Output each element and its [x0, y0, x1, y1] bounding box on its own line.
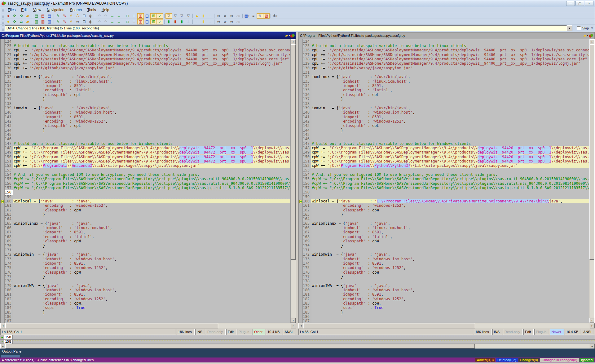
code-line-178[interactable]: 178 — [1, 279, 290, 283]
code-line-139[interactable]: 139iomwin = {'java' : '/usr/bin/java', — [1, 106, 290, 110]
find-icon[interactable]: ∞ — [215, 13, 222, 19]
auto-scroll-icon[interactable]: ⊞ — [150, 19, 157, 24]
save-second-icon[interactable]: ▤ — [40, 13, 46, 19]
save-first-file-icon[interactable]: ▥ — [33, 19, 40, 24]
show-first-only-icon[interactable]: ◫ — [137, 13, 144, 19]
code-line-164[interactable]: 164 — [299, 217, 589, 221]
code-line-132[interactable]: 132iomlinux = {'java' : '/usr/bin/java', — [1, 75, 290, 79]
code-line-149[interactable]: 149cpW += ";C:\\Program Files\\SASHome\\… — [299, 150, 589, 154]
code-line-162[interactable]: 162 'classpath' : cpW — [1, 208, 290, 212]
code-line-175[interactable]: 175 'encoding' : 'windows-1252', — [299, 266, 589, 270]
code-line-126[interactable]: 126cpL = "/opt/sasinside/SASHome/SASDepl… — [1, 48, 290, 52]
code-line-179[interactable]: 179winiomIWA = {'java' : 'java', — [299, 284, 589, 288]
code-line-141[interactable]: 141 'iomport' : 8591, — [1, 115, 290, 119]
show-different-lines-icon[interactable]: □ — [131, 19, 137, 24]
code-line-140[interactable]: 140 'iomhost' : 'windows.iom.host', — [1, 110, 290, 115]
code-line-184[interactable]: 184 'sspi' : True — [299, 306, 589, 310]
comments-icon[interactable]: ▮ — [200, 13, 207, 19]
ignore-warning-icon[interactable]: ▲ — [194, 13, 200, 19]
find-next-icon[interactable]: ∞ — [222, 13, 228, 19]
code-line-138[interactable]: 138 — [1, 102, 290, 106]
code-line-144[interactable]: 144 } — [299, 128, 589, 132]
right-vertical-scrollbar[interactable]: ▲ ▼ — [589, 39, 594, 323]
code-line-186[interactable]: 186 — [299, 314, 589, 319]
left-vertical-scrollbar[interactable]: ▲ ▼ — [290, 39, 296, 323]
skip-checkbox[interactable] — [577, 26, 581, 30]
badge-deleted-0-2-[interactable]: Deleted(0,2) — [496, 358, 518, 362]
code-line-155[interactable]: 155#cpW += ";C:\\Program Files\\SASHome\… — [1, 177, 290, 181]
menu-grip[interactable] — [2, 8, 4, 12]
compare-directories-icon[interactable]: ● — [5, 19, 11, 24]
code-line-171[interactable]: 171 — [299, 248, 589, 252]
filter-deleted-icon[interactable]: ▽ — [178, 13, 185, 19]
code-line-165[interactable]: 165winiomlinux = {'java' : 'java', — [299, 221, 589, 226]
code-line-130[interactable]: 130cpL += ":/opt/github/saspy/java/saspy… — [1, 66, 290, 70]
show-left-only-icon[interactable]: ◫ — [137, 19, 144, 24]
pane-splitter[interactable] — [296, 32, 298, 335]
code-line-179[interactable]: 179winiomIWA = {'java' : 'java', — [1, 284, 290, 288]
code-line-185[interactable]: 185 } — [1, 310, 290, 314]
left-scroll-left-icon[interactable]: ◄ — [0, 323, 5, 328]
next-bookmark-icon[interactable]: ▮ — [178, 19, 185, 24]
code-line-153[interactable]: 153 — [1, 168, 290, 172]
code-line-185[interactable]: 185 } — [299, 310, 589, 314]
right-file-actions-icon[interactable]: ▰ — [584, 33, 586, 38]
code-line-151[interactable]: 151cpW += ";C:\\Program Files\\SASHome\\… — [1, 159, 290, 163]
first-bookmark-icon[interactable]: ▮ — [165, 19, 172, 24]
code-line-127[interactable]: 127cpL += ":/opt/sasinside/SASHome/SASDe… — [1, 53, 290, 57]
code-line-174[interactable]: 174 'iomport' : 8591, — [1, 261, 290, 266]
code-line-178[interactable]: 178 — [299, 279, 589, 283]
previous-difference-icon[interactable]: ← — [116, 13, 122, 19]
code-line-135[interactable]: 135 'encoding' : 'latin1', — [299, 88, 589, 92]
code-line-187[interactable]: 187 — [1, 319, 290, 323]
code-line-182[interactable]: 182 'encoding' : 'windows-1252', — [299, 297, 589, 301]
show-right-only-icon[interactable]: ◫ — [144, 19, 150, 24]
code-line-149[interactable]: 149cpW += ";C:\\Program Files\\SASHome\\… — [1, 150, 290, 154]
previous-change-icon[interactable]: ↑ — [194, 19, 200, 24]
code-line-145[interactable]: 145 — [1, 132, 290, 137]
code-line-150[interactable]: 150cpW += ";C:\\Program Files\\SASHome\\… — [299, 155, 589, 159]
code-line-174[interactable]: 174 'iomport' : 8591, — [299, 261, 589, 266]
show-identical-icon[interactable]: □ — [124, 13, 131, 19]
code-line-158[interactable]: 158 — [1, 190, 290, 194]
code-line-125[interactable]: 125# build out a local classpath variabl… — [299, 44, 589, 48]
right-scroll-up-icon[interactable]: ▲ — [589, 39, 594, 44]
right-scroll-left-icon[interactable]: ◄ — [298, 323, 303, 328]
code-line-181[interactable]: 181 'iomport' : 8591, — [1, 292, 290, 297]
filter-added-icon[interactable]: ▽ — [172, 13, 178, 19]
code-line-187[interactable]: 187 — [299, 319, 589, 323]
code-line-159[interactable]: 159 — [299, 195, 589, 199]
code-line-141[interactable]: 141 'iomport' : 8591, — [299, 115, 589, 119]
code-line-128[interactable]: 128cpL += ":/opt/sasinside/SASHome/SASDe… — [1, 57, 290, 61]
code-line-146[interactable]: 146 — [299, 137, 589, 141]
code-line-161[interactable]: 161 'encoding' : 'windows-1252', — [299, 203, 589, 208]
left-scroll-right-icon[interactable]: ► — [291, 323, 296, 328]
code-line-172[interactable]: 172winiomwin = {'java' : 'java', — [299, 252, 589, 257]
code-line-181[interactable]: 181 'iomport' : 8591, — [299, 292, 589, 297]
code-line-170[interactable]: 170 } — [1, 244, 290, 248]
next-difference-icon[interactable]: → — [109, 13, 116, 19]
code-line-157[interactable]: 157#cpW += ";C:\\Program Files\\SASHome\… — [1, 186, 290, 190]
code-line-164[interactable]: 164 — [1, 217, 290, 221]
code-line-167[interactable]: 167 'iomport' : 8591, — [1, 230, 290, 234]
show-different-icon[interactable]: □ — [131, 13, 137, 19]
find-previous-text-icon[interactable]: ∞ — [228, 19, 235, 24]
code-line-180[interactable]: 180 'iomhost' : 'windows.iom.host', — [299, 288, 589, 292]
code-line-160[interactable]: →160winlocal = {'java' : 'java', — [1, 199, 290, 203]
code-line-183[interactable]: 183 'classpath' : cpW, — [299, 301, 589, 306]
recompare-second-icon[interactable]: ⟳ — [11, 19, 18, 24]
code-line-162[interactable]: 162 'classpath' : cpW — [299, 208, 589, 212]
code-line-125[interactable]: 125# build out a local classpath variabl… — [1, 44, 290, 48]
code-line-129[interactable]: 129cpL += ":/opt/sasinside/SASHome/SASDe… — [299, 61, 589, 66]
left-scroll-up-icon[interactable]: ▲ — [291, 39, 296, 44]
redo-edit-icon[interactable]: ↷ — [103, 19, 109, 24]
menu-files[interactable]: Files — [5, 7, 18, 13]
code-line-147[interactable]: 147# build out a local classpath variabl… — [1, 141, 290, 146]
code-line-163[interactable]: 163 } — [299, 212, 589, 217]
code-line-131[interactable]: 131 — [1, 70, 290, 75]
current-diff-dropdown-icon[interactable]: ▼ — [567, 25, 572, 31]
close-button[interactable]: ✕ — [585, 1, 593, 6]
code-line-159[interactable]: 159 — [1, 195, 290, 199]
compare-files-icon[interactable]: ● — [5, 13, 11, 19]
badge-changed-in-changed-8-[interactable]: Changed in changed(8) — [540, 358, 579, 362]
